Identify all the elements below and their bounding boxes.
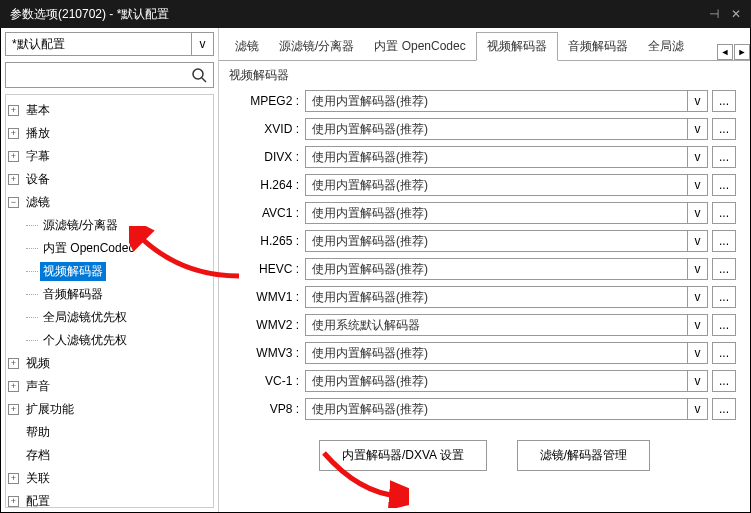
- tree-item[interactable]: 全局滤镜优先权: [26, 306, 211, 329]
- decoder-label: WMV1 :: [233, 290, 305, 304]
- titlebar: 参数选项(210702) - *默认配置 ⊣ ✕: [0, 0, 751, 28]
- decoder-more-button[interactable]: ...: [712, 90, 736, 112]
- decoder-more-button[interactable]: ...: [712, 174, 736, 196]
- svg-point-0: [193, 69, 203, 79]
- tree-item[interactable]: 源滤镜/分离器: [26, 214, 211, 237]
- tree-label: 个人滤镜优先权: [40, 331, 130, 350]
- settings-tree: +基本+播放+字幕+设备−滤镜源滤镜/分离器内置 OpenCodec视频解码器音…: [5, 94, 214, 508]
- tree-item[interactable]: 存档: [8, 444, 211, 467]
- chevron-down-icon[interactable]: v: [687, 231, 707, 251]
- tree-item[interactable]: 音频解码器: [26, 283, 211, 306]
- tree-item[interactable]: −滤镜: [8, 191, 211, 214]
- decoder-row: VC-1 :使用内置解码器(推荐)v...: [233, 370, 736, 392]
- decoder-select[interactable]: 使用内置解码器(推荐)v: [305, 398, 708, 420]
- window-controls: ⊣ ✕: [709, 7, 741, 21]
- chevron-down-icon[interactable]: v: [687, 259, 707, 279]
- decoder-select[interactable]: 使用内置解码器(推荐)v: [305, 342, 708, 364]
- decoder-more-button[interactable]: ...: [712, 146, 736, 168]
- decoder-select-value: 使用内置解码器(推荐): [306, 345, 687, 362]
- decoder-more-button[interactable]: ...: [712, 286, 736, 308]
- decoder-select[interactable]: 使用内置解码器(推荐)v: [305, 202, 708, 224]
- chevron-down-icon[interactable]: v: [687, 343, 707, 363]
- decoder-select[interactable]: 使用内置解码器(推荐)v: [305, 118, 708, 140]
- chevron-down-icon[interactable]: v: [687, 287, 707, 307]
- tree-label: 存档: [23, 446, 53, 465]
- tree-item[interactable]: +设备: [8, 168, 211, 191]
- tab[interactable]: 内置 OpenCodec: [364, 33, 475, 60]
- decoder-select-value: 使用内置解码器(推荐): [306, 261, 687, 278]
- search-box: [5, 62, 214, 88]
- chevron-down-icon[interactable]: v: [687, 147, 707, 167]
- decoder-more-button[interactable]: ...: [712, 370, 736, 392]
- decoder-select-value: 使用内置解码器(推荐): [306, 149, 687, 166]
- decoder-select[interactable]: 使用内置解码器(推荐)v: [305, 370, 708, 392]
- filter-management-button[interactable]: 滤镜/解码器管理: [517, 440, 650, 471]
- chevron-down-icon[interactable]: v: [687, 119, 707, 139]
- tab-scroll-left-button[interactable]: ◄: [717, 44, 733, 60]
- tree-item[interactable]: 内置 OpenCodec: [26, 237, 211, 260]
- tab[interactable]: 音频解码器: [558, 33, 638, 60]
- tree-item[interactable]: +扩展功能: [8, 398, 211, 421]
- tree-toggle-icon[interactable]: +: [8, 358, 19, 369]
- tree-toggle-icon[interactable]: +: [8, 473, 19, 484]
- config-select-caret[interactable]: v: [191, 33, 213, 55]
- decoder-select[interactable]: 使用内置解码器(推荐)v: [305, 146, 708, 168]
- tree-item[interactable]: +关联: [8, 467, 211, 490]
- tree-item[interactable]: +视频: [8, 352, 211, 375]
- tab[interactable]: 视频解码器: [476, 32, 558, 61]
- decoder-more-button[interactable]: ...: [712, 230, 736, 252]
- close-icon[interactable]: ✕: [731, 7, 741, 21]
- tree-item[interactable]: 帮助: [8, 421, 211, 444]
- tree-item[interactable]: +基本: [8, 99, 211, 122]
- tree-toggle-icon[interactable]: +: [8, 404, 19, 415]
- decoder-select[interactable]: 使用内置解码器(推荐)v: [305, 90, 708, 112]
- decoder-row: DIVX :使用内置解码器(推荐)v...: [233, 146, 736, 168]
- decoder-more-button[interactable]: ...: [712, 398, 736, 420]
- tab[interactable]: 源滤镜/分离器: [269, 33, 364, 60]
- decoder-select[interactable]: 使用内置解码器(推荐)v: [305, 286, 708, 308]
- decoder-select-value: 使用内置解码器(推荐): [306, 177, 687, 194]
- chevron-down-icon[interactable]: v: [687, 399, 707, 419]
- tree-item[interactable]: +配置: [8, 490, 211, 508]
- decoder-more-button[interactable]: ...: [712, 118, 736, 140]
- tree-item[interactable]: +字幕: [8, 145, 211, 168]
- tab[interactable]: 滤镜: [225, 33, 269, 60]
- tree-toggle-icon[interactable]: +: [8, 496, 19, 507]
- chevron-down-icon[interactable]: v: [687, 315, 707, 335]
- tab-scroll-right-button[interactable]: ►: [734, 44, 750, 60]
- decoder-select[interactable]: 使用系统默认解码器v: [305, 314, 708, 336]
- tree-toggle-icon[interactable]: +: [8, 174, 19, 185]
- tree-item[interactable]: 个人滤镜优先权: [26, 329, 211, 352]
- tree-item[interactable]: +播放: [8, 122, 211, 145]
- decoder-more-button[interactable]: ...: [712, 314, 736, 336]
- tree-label: 基本: [23, 101, 53, 120]
- decoder-more-button[interactable]: ...: [712, 342, 736, 364]
- tree-toggle-icon[interactable]: +: [8, 151, 19, 162]
- decoder-select-value: 使用内置解码器(推荐): [306, 289, 687, 306]
- decoder-more-button[interactable]: ...: [712, 258, 736, 280]
- tree-toggle-icon[interactable]: +: [8, 128, 19, 139]
- chevron-down-icon[interactable]: v: [687, 175, 707, 195]
- decoder-label: DIVX :: [233, 150, 305, 164]
- decoder-row: WMV3 :使用内置解码器(推荐)v...: [233, 342, 736, 364]
- tab[interactable]: 全局滤: [638, 33, 694, 60]
- search-button[interactable]: [185, 63, 213, 87]
- tree-item[interactable]: +声音: [8, 375, 211, 398]
- tree-item[interactable]: 视频解码器: [26, 260, 211, 283]
- decoder-select[interactable]: 使用内置解码器(推荐)v: [305, 230, 708, 252]
- decoder-select[interactable]: 使用内置解码器(推荐)v: [305, 174, 708, 196]
- config-select[interactable]: *默认配置 v: [5, 32, 214, 56]
- decoder-more-button[interactable]: ...: [712, 202, 736, 224]
- chevron-down-icon[interactable]: v: [687, 203, 707, 223]
- pin-icon[interactable]: ⊣: [709, 7, 719, 21]
- decoder-label: WMV3 :: [233, 346, 305, 360]
- search-input[interactable]: [6, 68, 185, 82]
- decoder-select[interactable]: 使用内置解码器(推荐)v: [305, 258, 708, 280]
- tree-toggle-icon[interactable]: +: [8, 381, 19, 392]
- tree-toggle-icon[interactable]: +: [8, 105, 19, 116]
- chevron-down-icon[interactable]: v: [687, 91, 707, 111]
- chevron-down-icon[interactable]: v: [687, 371, 707, 391]
- dxva-settings-button[interactable]: 内置解码器/DXVA 设置: [319, 440, 487, 471]
- tree-toggle-icon[interactable]: −: [8, 197, 19, 208]
- decoder-label: HEVC :: [233, 262, 305, 276]
